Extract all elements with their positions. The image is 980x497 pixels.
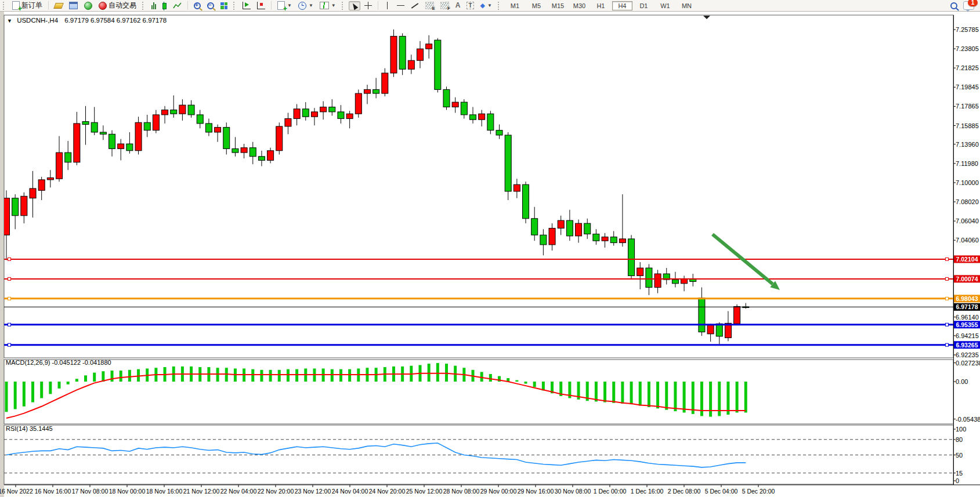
auto-scroll-icon (243, 2, 251, 9)
crosshair-icon (364, 2, 372, 9)
time-tick-label: 16 Nov 2022 (0, 488, 33, 495)
line-handle[interactable] (946, 323, 949, 326)
time-tick-label: 24 Nov 20:00 (369, 488, 406, 495)
rsi-indicator-label: RSI(14) 35.1445 (6, 425, 53, 432)
chart-canvas[interactable]: 7.021047.000746.980436.971786.953556.932… (0, 0, 980, 497)
market-watch-button[interactable] (82, 1, 95, 11)
search-icon[interactable] (950, 2, 957, 9)
macd-indicator-label: MACD(12,26,9) -0.045122 -0.041880 (6, 359, 111, 366)
price-tick-label: 7.08020 (956, 198, 979, 205)
terminal-window-button[interactable] (67, 1, 80, 10)
new-order-button[interactable]: 新订单 (10, 0, 45, 12)
market-watch-icon (84, 2, 92, 10)
horizontal-line-tool-button[interactable] (395, 4, 407, 7)
cursor-tool-button[interactable] (349, 1, 360, 10)
line-handle[interactable] (8, 277, 11, 280)
new-order-icon (12, 1, 20, 10)
text-label-icon: T (467, 2, 473, 9)
time-tick-label: 5 Dec 20:00 (742, 488, 775, 495)
auto-trading-button[interactable]: 自动交易 (96, 0, 139, 12)
clock-icon (298, 2, 306, 10)
toolbar-grip (342, 2, 345, 10)
chevron-down-icon: ▼ (331, 3, 336, 8)
collapse-triangle-icon[interactable]: ▼ (7, 18, 12, 24)
chevron-down-icon: ▼ (287, 3, 292, 8)
line-handle[interactable] (8, 343, 11, 346)
chevron-down-icon: ▼ (309, 3, 313, 8)
time-tick-label: 17 Nov 08:00 (72, 488, 109, 495)
time-tick-label: 28 Nov 08:00 (443, 488, 480, 495)
line-handle[interactable] (8, 257, 11, 260)
periods-dropdown[interactable]: ▼ (296, 1, 316, 11)
arrows-dropdown[interactable]: ◆▼ (478, 1, 494, 10)
line-handle[interactable] (8, 297, 11, 300)
new-order-label: 新订单 (21, 1, 42, 10)
macd-tick-label: 0.027238 (956, 360, 980, 367)
zoom-in-button[interactable]: + (191, 1, 203, 10)
templates-dropdown[interactable]: ▼ (317, 1, 338, 10)
bar-chart-button[interactable] (149, 1, 158, 10)
auto-scroll-button[interactable] (240, 1, 253, 10)
candlestick-chart-button[interactable] (160, 1, 169, 10)
line-handle[interactable] (8, 323, 11, 326)
toolbar-separator (48, 1, 49, 10)
timeframe-button-D1[interactable]: D1 (634, 1, 654, 10)
vertical-line-icon (387, 2, 388, 9)
time-tick-label: 16 Nov 16:00 (35, 488, 71, 495)
fibonacci-tool-button[interactable]: F (438, 1, 451, 10)
price-tag-label: 6.98043 (956, 295, 978, 302)
auto-trading-icon (99, 2, 107, 10)
depth-of-market-button[interactable] (52, 2, 65, 10)
trendline-tool-button[interactable] (408, 4, 421, 8)
line-handle[interactable] (946, 343, 949, 346)
price-tag-label: 7.02104 (956, 256, 978, 263)
cursor-icon (350, 2, 358, 10)
new-chart-dropdown[interactable]: ▼ (275, 0, 294, 11)
time-tick-label: 30 Nov 08:00 (555, 488, 591, 495)
timeframe-button-M15[interactable]: M15 (548, 1, 568, 10)
line-chart-button[interactable] (171, 1, 184, 10)
toolbar-grip (3, 2, 6, 10)
time-tick-label: 18 Nov 16:00 (146, 488, 183, 495)
price-tick-label: 7.25785 (956, 26, 979, 33)
timeframe-button-H1[interactable]: H1 (591, 1, 611, 10)
time-tick-label: 21 Nov 12:00 (183, 488, 220, 495)
notifications-icon[interactable]: 1 (963, 1, 974, 10)
line-handle[interactable] (946, 277, 949, 280)
chart-shift-button[interactable] (255, 1, 267, 10)
tile-windows-button[interactable] (218, 1, 230, 10)
rsi-tick-label: 15 (956, 470, 963, 477)
time-tick-label: 29 Nov 00:00 (480, 488, 517, 495)
vertical-line-tool-button[interactable] (382, 1, 393, 10)
price-tick-label: 6.96140 (956, 314, 979, 321)
main-price-panel[interactable] (4, 15, 953, 358)
time-tick-label: 18 Nov 00:00 (109, 488, 146, 495)
timeframe-button-W1[interactable]: W1 (655, 1, 675, 10)
crosshair-tool-button[interactable] (362, 1, 374, 10)
chart-shift-icon (257, 2, 265, 9)
price-tick-label: 7.23805 (956, 45, 979, 52)
text-label-tool-button[interactable]: T (464, 1, 476, 10)
price-tag-label: 6.95355 (956, 321, 978, 328)
fibonacci-icon: F (440, 2, 449, 9)
line-handle[interactable] (946, 257, 949, 260)
price-tick-label: 7.13960 (956, 141, 979, 148)
timeframe-button-M30[interactable]: M30 (569, 1, 590, 10)
toolbar-right-cluster: 1 (950, 1, 974, 10)
line-handle[interactable] (946, 297, 949, 300)
depth-of-market-icon (53, 3, 64, 9)
terminal-window-icon (69, 2, 78, 9)
zoom-out-button[interactable]: − (205, 1, 216, 10)
timeframe-button-M1[interactable]: M1 (505, 1, 525, 10)
equidistant-channel-icon: E (425, 2, 434, 9)
symbol-period-label: USDCNH-,H4 (17, 17, 58, 24)
timeframe-button-MN[interactable]: MN (677, 1, 697, 10)
time-tick-label: 5 Dec 04:00 (705, 488, 738, 495)
zoom-in-icon: + (194, 2, 201, 9)
macd-tick-label: -0.054384 (956, 416, 980, 423)
timeframe-button-H4[interactable]: H4 (612, 1, 632, 10)
channel-tool-button[interactable]: E (423, 1, 436, 10)
timeframe-button-M5[interactable]: M5 (526, 1, 547, 10)
main-toolbar: 新订单 自动交易 + − ▼ ▼ ▼ E F A T ◆▼ M1M5M15M30… (0, 0, 980, 12)
text-tool-button[interactable]: A (453, 1, 463, 10)
